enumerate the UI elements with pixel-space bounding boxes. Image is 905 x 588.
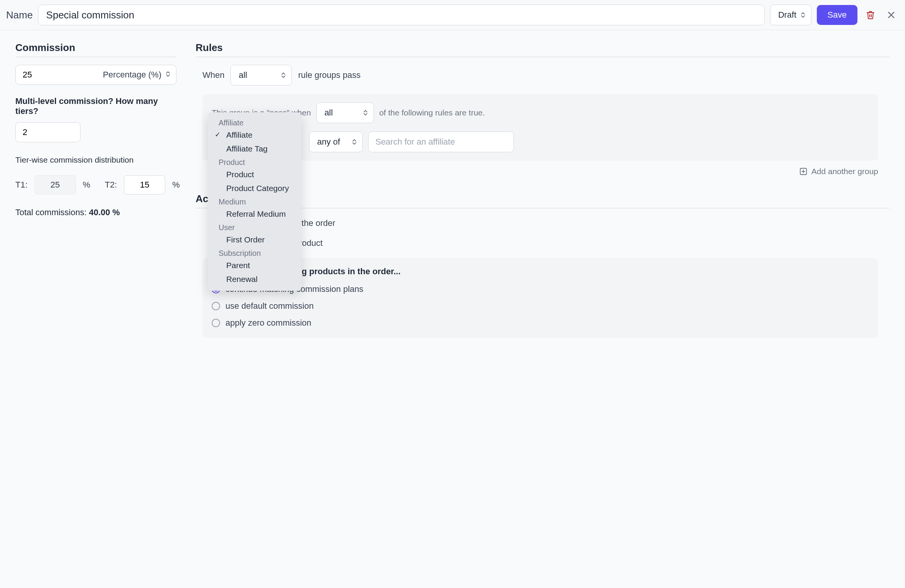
dropdown-option[interactable]: Affiliate [208,128,301,142]
rules-heading: Rules [196,42,890,57]
chevron-updown-icon [363,109,368,116]
remaining-option[interactable]: continue matching commission plans [212,284,869,294]
obscured-option-2: product [202,236,890,250]
commission-panel: Commission Percentage (%) Multi-level co… [15,42,176,338]
remaining-box: And then, for remaining products in the … [202,258,878,338]
dropdown-option[interactable]: Renewal [208,272,301,286]
dropdown-option[interactable]: First Order [208,233,301,247]
rule-field-dropdown[interactable]: AffiliateAffiliateAffiliate TagProductPr… [208,112,301,291]
rule-condition-select[interactable]: any of [309,132,363,152]
dropdown-group-label: Subscription [208,247,301,259]
commission-value-input[interactable] [23,70,49,80]
total-commissions: Total commissions: 40.00 % [15,208,176,217]
commission-value-row: Percentage (%) [15,65,176,85]
chevron-updown-icon [800,12,806,18]
commission-heading: Commission [15,42,176,57]
dropdown-option[interactable]: Affiliate Tag [208,142,301,156]
t1-value [35,175,76,194]
distribution-label: Tier-wise commission distribution [15,155,176,165]
status-select[interactable]: Draft [770,5,811,25]
group-match-select[interactable]: all [316,102,374,123]
rule-group: This group is a "pass" when all of the f… [202,94,878,161]
save-button[interactable]: Save [817,5,857,25]
tiers-row: T1: % T2: % [15,175,176,194]
dropdown-group-label: Product [208,156,301,168]
header-bar: Name Draft Save [0,0,905,30]
dropdown-group-label: Medium [208,195,301,207]
t2-label: T2: [105,180,117,190]
remaining-option[interactable]: apply zero commission [212,318,869,328]
group-head: This group is a "pass" when all of the f… [212,102,869,123]
name-input[interactable] [38,5,765,25]
dropdown-option[interactable]: Product Category [208,181,301,195]
trash-icon[interactable] [863,7,878,23]
when-select[interactable]: all [230,65,292,86]
tier-count-input[interactable] [15,122,81,142]
when-suffix: rule groups pass [298,70,360,80]
when-prefix: When [202,70,224,80]
radio-icon [212,302,220,310]
multilevel-label: Multi-level commission? How many tiers? [15,96,176,116]
rules-panel: Rules When all rule groups pass This gro… [196,42,890,338]
pct-symbol: % [83,180,90,190]
chevron-updown-icon [352,138,357,145]
name-label: Name [6,9,33,21]
t2-value-input[interactable] [124,175,165,194]
when-line: When all rule groups pass [202,65,890,86]
commission-type-label: Percentage (%) [103,70,161,80]
radio-icon [212,319,220,327]
dropdown-option[interactable]: Product [208,168,301,181]
t1-label: T1: [15,180,28,190]
close-icon[interactable] [884,7,899,23]
chevron-updown-icon[interactable] [165,70,171,79]
dropdown-option[interactable]: Parent [208,259,301,272]
chevron-updown-icon [281,72,286,79]
remaining-option[interactable]: use default commission [212,301,869,311]
affiliate-search-input[interactable] [368,132,514,152]
plus-square-icon [799,167,808,176]
status-value: Draft [778,10,796,20]
dropdown-group-label: User [208,221,301,233]
dropdown-option[interactable]: Referral Medium [208,207,301,221]
add-group-button[interactable]: Add another group [202,167,878,176]
remaining-title: And then, for remaining products in the … [212,267,869,277]
dropdown-group-label: Affiliate [208,116,301,128]
pct-symbol: % [172,180,180,190]
rule-row: any of [212,132,869,152]
obscured-option-1: n the order [202,216,890,231]
